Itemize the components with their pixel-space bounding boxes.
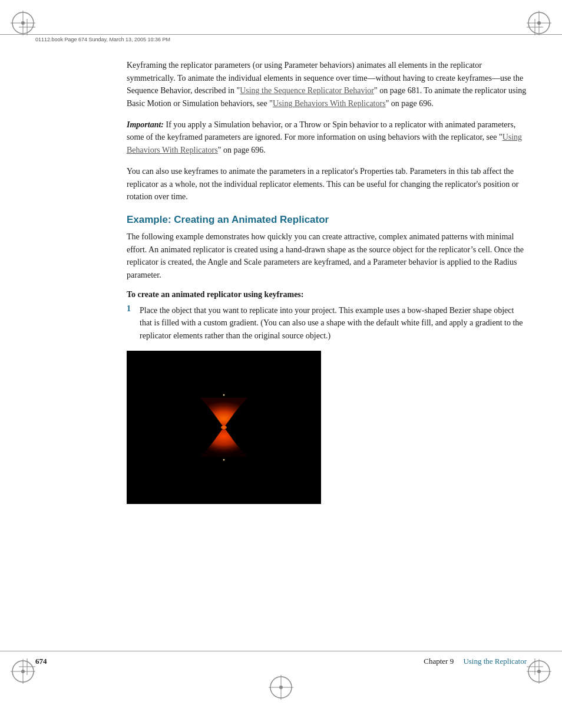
- step-1: 1 Place the object that you want to repl…: [127, 304, 527, 342]
- step-heading: To create an animated replicator using k…: [127, 290, 527, 299]
- paragraph-3: You can also use keyframes to animate th…: [127, 165, 527, 203]
- crosshair-tr: [527, 19, 543, 35]
- registration-mark-bc: [269, 675, 293, 700]
- header-text: 01112.book Page 674 Sunday, March 13, 20…: [35, 37, 170, 42]
- paragraph-1: Keyframing the replicator parameters (or…: [127, 59, 527, 110]
- link-behaviors-replicators-2[interactable]: Using Behaviors With Replicators: [127, 133, 522, 154]
- link-behaviors-replicators-1[interactable]: Using Behaviors With Replicators: [273, 99, 386, 108]
- svg-point-27: [537, 670, 541, 673]
- chapter-label: Chapter 9 Using the Replicator: [424, 657, 527, 666]
- section-heading: Example: Creating an Animated Replicator: [127, 214, 527, 226]
- step-number-1: 1: [127, 304, 140, 342]
- important-label: Important:: [127, 120, 164, 129]
- chapter-link[interactable]: Using the Replicator: [463, 657, 527, 666]
- svg-point-17: [223, 394, 225, 396]
- page-number: 674: [35, 657, 47, 666]
- paragraph-important: Important: If you apply a Simulation beh…: [127, 118, 527, 157]
- step-image: [127, 351, 321, 504]
- svg-point-23: [21, 670, 25, 673]
- section-paragraph: The following example demonstrates how q…: [127, 230, 527, 282]
- svg-point-31: [279, 686, 283, 689]
- svg-point-18: [223, 459, 225, 460]
- crosshair-tl: [19, 19, 35, 35]
- step-text-1: Place the object that you want to replic…: [140, 304, 527, 342]
- link-sequence-behavior[interactable]: Using the Sequence Replicator Behavior: [240, 86, 374, 95]
- main-content: Keyframing the replicator parameters (or…: [127, 59, 527, 645]
- registration-mark-br: [527, 659, 551, 684]
- footer-rule: [0, 651, 562, 651]
- svg-point-19: [221, 426, 227, 429]
- page: 01112.book Page 674 Sunday, March 13, 20…: [0, 0, 562, 728]
- header-rule: [0, 34, 562, 35]
- footer: 674 Chapter 9 Using the Replicator: [35, 657, 527, 666]
- registration-mark-bl: [11, 659, 35, 684]
